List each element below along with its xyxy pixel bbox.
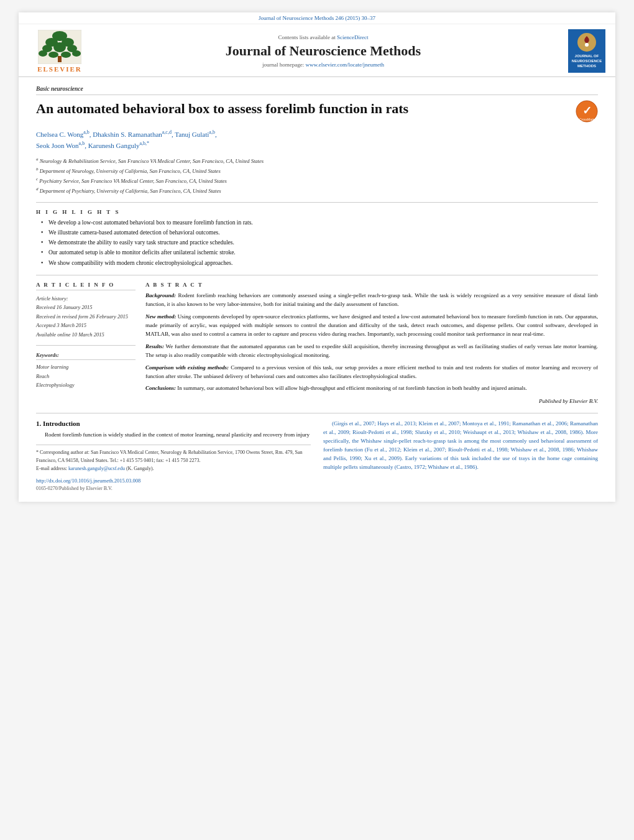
background-text: Rodent forelimb reaching behaviors are c… [145,292,598,307]
results-title: Results: [145,343,164,349]
results-text: We further demonstrate that the automate… [145,343,598,358]
divider-3 [36,413,598,413]
abstract-conclusions: Conclusions: In summary, our automated b… [145,384,598,393]
elsevier-brand-text: ELSEVIER [37,65,82,73]
journal-logo-box: JOURNAL OF NEUROSCIENCE METHODS [568,29,605,73]
conclusions-text: In summary, our automated behavioral box… [177,385,526,391]
revised-date: Received in revised form 26 February 201… [36,312,136,321]
new-method-title: New method: [145,313,176,320]
author-chelsea: Chelsea C. Wonga,b, Dhakshin S. Ramanath… [36,131,217,138]
article-body: Basic neuroscience An automated behavior… [19,77,615,502]
svg-point-8 [48,52,58,58]
intro-col-left: 1. Introduction Rodent forelimb function… [36,420,311,493]
issn-line: 0165-0270/Published by Elsevier B.V. [36,485,311,493]
highlight-item-3: We demonstrate the ability to easily var… [41,239,598,247]
highlights-section: H I G H L I G H T S We develop a low-cos… [36,209,598,267]
svg-text:✓: ✓ [582,104,592,117]
published-by: Published by Elsevier B.V. [145,398,598,404]
available-date: Available online 10 March 2015 [36,330,136,339]
highlight-item-4: Our automated setup is able to monitor d… [41,249,598,257]
homepage-link[interactable]: www.elsevier.com/locate/jneumeth [306,62,384,68]
abstract-label: A B S T R A C T [145,282,598,288]
abstract-results: Results: We further demonstrate that the… [145,343,598,360]
history-label: Article history: [36,294,136,303]
svg-text:CrossMark: CrossMark [579,118,595,121]
affiliation-a: a Neurology & Rehabilitation Service, Sa… [36,155,598,165]
abstract-text: Background: Rodent forelimb reaching beh… [145,292,598,393]
article-title: An automated behavioral box to assess fo… [36,100,576,118]
abstract-background: Background: Rodent forelimb reaching beh… [145,292,598,309]
article-info-label: A R T I C L E I N F O [36,282,136,290]
background-title: Background: [145,292,176,298]
journal-name: Journal of Neuroscience Methods [91,43,556,59]
abstract-comparison: Comparison with existing methods: Compar… [145,364,598,381]
footnotes: * Corresponding author at: San Francisco… [36,445,311,493]
svg-point-5 [53,42,66,52]
highlights-list: We develop a low-cost automated behavior… [36,219,598,267]
keywords-label: Keywords: [36,352,136,360]
intro-col-right: (Girgis et al., 2007; Hays et al., 2013;… [323,420,598,493]
title-row: An automated behavioral box to assess fo… [36,100,598,122]
affiliation-d: d Department of Psychiatry, University o… [36,185,598,195]
section-number: 1. Introduction [36,420,311,427]
info-abstract-columns: A R T I C L E I N F O Article history: R… [36,282,598,404]
abstract-new-method: New method: Using components developed b… [145,313,598,339]
crossmark-icon: ✓ CrossMark [576,100,598,122]
homepage-line: journal homepage: www.elsevier.com/locat… [91,62,556,68]
journal-logo-area: JOURNAL OF NEUROSCIENCE METHODS [556,29,605,73]
affiliation-c: c Psychiatry Service, San Francisco VA M… [36,175,598,185]
keywords-list: Motor learning Reach Electrophysiology [36,362,136,389]
doi-link[interactable]: http://dx.doi.org/10.1016/j.jneumeth.201… [36,478,140,484]
citation-text: Journal of Neuroscience Methods 246 (201… [259,15,375,21]
sciencedirect-link[interactable]: ScienceDirect [337,34,368,40]
svg-point-13 [585,43,589,47]
journal-title-area: Contents lists available at ScienceDirec… [91,34,556,68]
elsevier-logo: ELSEVIER [29,30,91,73]
author-seok: Seok Joon Wona,b, Karunesh Gangulya,b,* [36,142,149,149]
elsevier-tree-icon [38,30,81,64]
authors: Chelsea C. Wonga,b, Dhakshin S. Ramanath… [36,129,598,152]
email-link[interactable]: karunesh.ganguly@ucsf.edu [68,466,125,471]
highlight-item-5: We show compatibility with modern chroni… [41,259,598,267]
divider-1 [36,202,598,203]
journal-header: ELSEVIER Contents lists available at Sci… [19,24,615,77]
citation-bar: Journal of Neuroscience Methods 246 (201… [19,12,615,24]
keyword-2: Reach [36,372,136,381]
intro-text-left: Rodent forelimb function is widely studi… [36,431,311,440]
divider-keywords [36,345,136,346]
keyword-1: Motor learning [36,362,136,371]
svg-rect-11 [58,56,62,62]
comparison-title: Comparison with existing methods: [145,364,229,371]
divider-2 [36,275,598,275]
new-method-text: Using components developed by open-sourc… [145,313,598,337]
main-content: 1. Introduction Rodent forelimb function… [36,420,598,493]
email-person: K. Ganguly [128,466,151,471]
article-history: Article history: Received 16 January 201… [36,294,136,339]
svg-point-7 [39,50,47,57]
highlight-item-2: We illustrate camera-based automated det… [41,229,598,237]
highlight-item-1: We develop a low-cost automated behavior… [41,219,598,227]
conclusions-title: Conclusions: [145,385,176,391]
affiliation-b: b Department of Neurology, University of… [36,165,598,175]
svg-point-9 [61,52,71,58]
intro-para-right: (Girgis et al., 2007; Hays et al., 2013;… [323,420,598,472]
email-note: E-mail address: karunesh.ganguly@ucsf.ed… [36,465,311,473]
intro-para-1: Rodent forelimb function is widely studi… [36,431,311,440]
elsevier-logo-area: ELSEVIER [29,30,91,73]
received-date: Received 16 January 2015 [36,303,136,312]
journal-icon-svg [578,34,595,51]
abstract-col: A B S T R A C T Background: Rodent forel… [145,282,598,404]
contents-line: Contents lists available at ScienceDirec… [91,34,556,40]
journal-logo-text: JOURNAL OF NEUROSCIENCE METHODS [572,54,602,68]
article-category: Basic neuroscience [36,86,598,95]
intro-text-right: (Girgis et al., 2007; Hays et al., 2013;… [323,420,598,472]
affiliations: a Neurology & Rehabilitation Service, Sa… [36,155,598,196]
refs-text: (Girgis et al., 2007; Hays et al., 2013;… [323,420,598,470]
corresponding-author-note: * Corresponding author at: San Francisco… [36,449,311,465]
doi-line: http://dx.doi.org/10.1016/j.jneumeth.201… [36,477,311,486]
keyword-3: Electrophysiology [36,381,136,389]
article-info-col: A R T I C L E I N F O Article history: R… [36,282,136,404]
accepted-date: Accepted 3 March 2015 [36,321,136,330]
journal-logo-icon [577,33,596,52]
svg-point-10 [72,50,81,57]
